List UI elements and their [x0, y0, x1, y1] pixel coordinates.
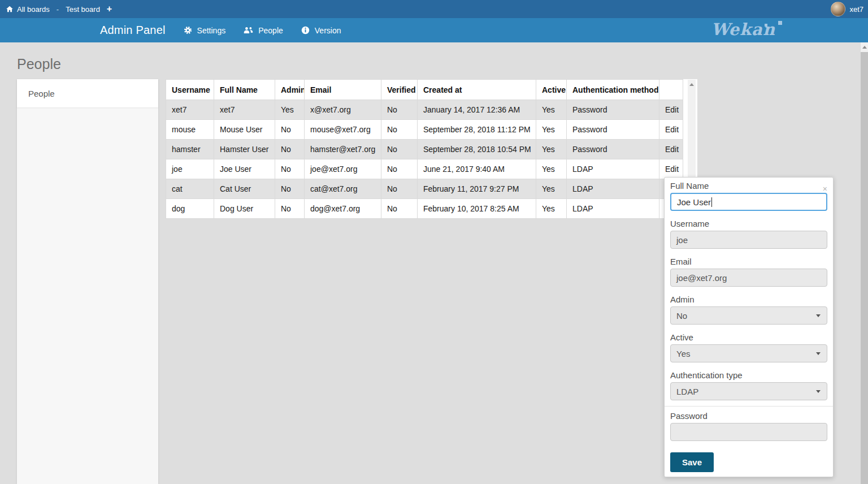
users-table: UsernameFull NameAdminEmailVerifiedCreat… — [166, 79, 683, 219]
table-cell: Yes — [536, 159, 567, 179]
users-table-card: UsernameFull NameAdminEmailVerifiedCreat… — [166, 79, 697, 218]
edit-link-cell: Edit — [659, 140, 683, 159]
table-cell: February 11, 2017 9:27 PM — [418, 179, 536, 199]
table-cell: mouse — [166, 120, 214, 140]
table-cell: joe — [166, 159, 214, 179]
table-cell: September 28, 2018 11:12 PM — [418, 120, 536, 140]
column-header: Authentication method — [567, 80, 659, 100]
user-name: xet7 — [849, 5, 863, 14]
password-input[interactable] — [670, 423, 827, 441]
table-row: catCat UserNocat@xet7.orgNoFebruary 11, … — [166, 179, 683, 199]
active-select[interactable]: Yes — [670, 344, 827, 362]
column-header: Username — [166, 80, 214, 100]
table-cell: No — [381, 100, 418, 120]
admin-panel-title: Admin Panel — [100, 24, 166, 37]
text-caret — [711, 197, 712, 207]
edit-link[interactable]: Edit — [665, 105, 679, 114]
logo-dot-icon — [765, 24, 767, 27]
save-button[interactable]: Save — [670, 452, 714, 472]
sidebar-item-people[interactable]: People — [17, 79, 158, 107]
page-scrollbar[interactable] — [861, 42, 868, 484]
column-header: Email — [305, 80, 381, 100]
page-title: People — [17, 56, 61, 72]
breadcrumb-separator: - — [57, 5, 59, 14]
table-cell: No — [381, 179, 418, 199]
table-cell: Password — [567, 140, 659, 159]
tab-settings[interactable]: Settings — [184, 26, 226, 35]
tab-people[interactable]: People — [244, 26, 283, 35]
table-cell: hamster — [166, 140, 214, 159]
scroll-up-arrow-icon[interactable] — [689, 83, 694, 86]
table-cell: hamster@xet7.org — [305, 140, 381, 159]
password-label: Password — [670, 411, 827, 421]
column-header: Full Name — [214, 80, 275, 100]
table-cell: Yes — [536, 120, 567, 140]
admin-menu: Settings People Version — [184, 26, 341, 35]
main-content: People People UsernameFull NameAdminEmai… — [0, 42, 868, 484]
all-boards-link[interactable]: All boards — [6, 5, 50, 14]
admin-label: Admin — [670, 295, 827, 304]
table-row: mouseMouse UserNomouse@xet7.orgNoSeptemb… — [166, 120, 683, 140]
full-name-label: Full Name — [670, 181, 827, 191]
table-row: xet7xet7Yesx@xet7.orgNoJanuary 14, 2017 … — [166, 100, 683, 120]
avatar[interactable] — [831, 2, 845, 16]
user-menu[interactable]: xet7 — [831, 0, 863, 18]
table-cell: Yes — [536, 179, 567, 199]
email-value: joe@xet7.org — [676, 273, 727, 283]
table-cell: LDAP — [567, 199, 659, 219]
table-cell: dog@xet7.org — [305, 199, 381, 219]
tab-version-label: Version — [315, 26, 341, 35]
plus-icon: + — [107, 5, 112, 14]
table-cell: No — [275, 140, 305, 159]
table-row: dogDog UserNodog@xet7.orgNoFebruary 10, … — [166, 199, 683, 219]
table-cell: Password — [567, 100, 659, 120]
table-cell: Mouse User — [214, 120, 275, 140]
table-cell: Hamster User — [214, 140, 275, 159]
edit-user-panel: × Full Name Joe User Username joe Email … — [664, 177, 834, 477]
full-name-input[interactable]: Joe User — [670, 193, 827, 211]
add-board-button[interactable]: + — [107, 5, 112, 14]
board-name-label: Test board — [66, 5, 100, 14]
edit-link-cell: Edit — [659, 120, 683, 140]
all-boards-label: All boards — [17, 5, 50, 14]
table-cell: Yes — [536, 100, 567, 120]
table-cell: mouse@xet7.org — [305, 120, 381, 140]
column-header: Verified — [381, 80, 418, 100]
table-cell: June 21, 2017 9:40 AM — [418, 159, 536, 179]
table-cell: Cat User — [214, 179, 275, 199]
tab-version[interactable]: Version — [301, 26, 341, 35]
table-cell: Joe User — [214, 159, 275, 179]
info-icon — [301, 26, 310, 34]
close-icon[interactable]: × — [823, 185, 827, 193]
full-name-value: Joe User — [677, 197, 711, 207]
table-cell: January 14, 2017 12:36 AM — [418, 100, 536, 120]
column-header: Active — [536, 80, 567, 100]
edit-link-cell: Edit — [659, 159, 683, 179]
auth-type-select[interactable]: LDAP — [670, 382, 827, 400]
logo-dot-icon — [778, 21, 782, 25]
edit-link[interactable]: Edit — [665, 145, 679, 154]
admin-selected-value: No — [676, 311, 687, 321]
table-cell: Yes — [275, 100, 305, 120]
active-selected-value: Yes — [676, 349, 690, 358]
column-header — [659, 80, 683, 100]
username-label: Username — [670, 219, 827, 228]
table-cell: No — [381, 159, 418, 179]
table-cell: x@xet7.org — [305, 100, 381, 120]
edit-link[interactable]: Edit — [665, 165, 679, 174]
edit-link-cell: Edit — [659, 100, 683, 120]
edit-link[interactable]: Edit — [665, 125, 679, 134]
scroll-up-button[interactable] — [861, 42, 868, 51]
admin-header: Admin Panel Settings People — [0, 18, 868, 42]
table-cell: February 10, 2017 8:25 AM — [418, 199, 536, 219]
table-cell: cat@xet7.org — [305, 179, 381, 199]
chevron-down-icon — [816, 352, 821, 355]
admin-select[interactable]: No — [670, 306, 827, 325]
chevron-down-icon — [816, 390, 821, 393]
table-cell: No — [275, 179, 305, 199]
board-name-link[interactable]: Test board — [66, 5, 100, 14]
scrollbar-thumb[interactable] — [861, 52, 868, 484]
users-table-body: xet7xet7Yesx@xet7.orgNoJanuary 14, 2017 … — [166, 100, 683, 219]
table-cell: Password — [567, 120, 659, 140]
table-cell: dog — [166, 199, 214, 219]
